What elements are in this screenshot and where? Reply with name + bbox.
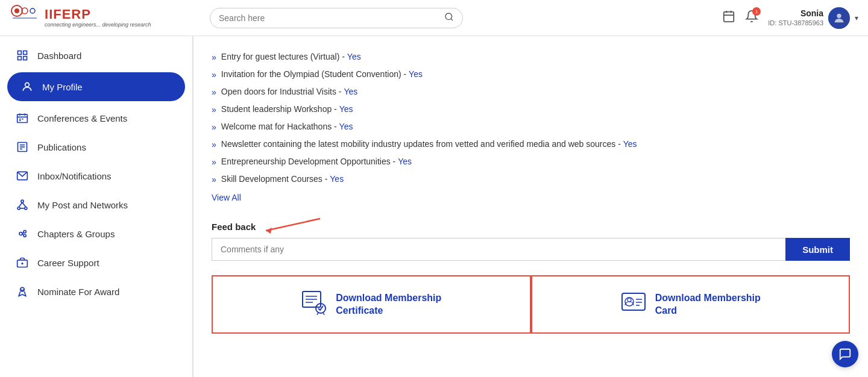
chat-bubble[interactable] [832, 341, 858, 367]
benefit-text-2: Invitation for the Olympiad (Student Con… [221, 69, 423, 79]
sidebar-item-publications[interactable]: Publications [0, 132, 192, 161]
chevron-double-icon-3: » [212, 87, 216, 97]
calendar-button[interactable] [722, 10, 735, 26]
search-icon [444, 12, 454, 22]
logo-icon [10, 5, 40, 31]
benefit-item-6: » Newsletter containing the latest mobil… [212, 136, 850, 153]
sidebar-dashboard-label: Dashboard [37, 51, 81, 61]
benefit-yes-1: Yes [347, 52, 361, 61]
benefit-yes-2: Yes [409, 69, 423, 79]
certificate-icon [301, 288, 327, 320]
feedback-label: Feed back [212, 222, 850, 232]
notification-badge: 1 [752, 7, 761, 16]
svg-rect-7 [724, 12, 734, 22]
download-certificate-button[interactable]: Download Membership Certificate [212, 275, 531, 334]
chevron-double-icon-7: » [212, 157, 216, 167]
svg-point-37 [24, 234, 26, 237]
user-info[interactable]: Sonia ID: STU-38785963 ▾ [768, 7, 858, 29]
benefit-yes-7: Yes [398, 157, 412, 166]
feedback-submit-button[interactable]: Submit [785, 238, 850, 261]
grid-icon [14, 49, 30, 61]
svg-point-35 [19, 232, 22, 235]
svg-point-3 [30, 8, 35, 13]
chevron-double-icon-5: » [212, 122, 216, 132]
benefit-item-8: » Skill Development Courses - Yes [212, 170, 850, 188]
view-all-link[interactable]: View All [212, 193, 241, 202]
avatar-image [828, 7, 850, 29]
svg-point-54 [627, 298, 631, 302]
search-input[interactable] [219, 13, 444, 23]
sidebar-item-inbox[interactable]: Inbox/Notifications [0, 161, 192, 190]
benefit-text-7: Entrepreneurship Development Opportuniti… [221, 157, 412, 166]
benefit-yes-4: Yes [339, 104, 353, 114]
svg-rect-13 [24, 51, 27, 55]
sidebar-item-my-profile[interactable]: My Profile [7, 72, 185, 101]
sidebar-inbox-label: Inbox/Notifications [37, 171, 112, 181]
chevron-double-icon-4: » [212, 105, 216, 114]
logo-text-block: IIFERP connecting engineers... developin… [45, 7, 151, 28]
user-text: Sonia ID: STU-38785963 [768, 8, 823, 27]
sidebar-item-dashboard[interactable]: Dashboard [0, 41, 192, 70]
feedback-label-text: Feed back [212, 222, 256, 232]
chevron-double-icon-8: » [212, 175, 216, 184]
download-certificate-text: Download Membership Certificate [336, 292, 441, 317]
sidebar: Dashboard My Profile [0, 36, 193, 377]
download-card-text: Download Membership Card [655, 292, 761, 317]
download-card-button[interactable]: Download Membership Card [531, 275, 851, 334]
benefit-text-6: Newsletter containing the latest mobilit… [221, 139, 637, 149]
benefit-yes-3: Yes [344, 87, 357, 96]
award-icon [14, 285, 30, 298]
user-id: ID: STU-38785963 [768, 19, 823, 27]
svg-line-6 [451, 19, 453, 20]
sidebar-item-nominate[interactable]: Nominate For Award [0, 277, 192, 306]
logo-sub: connecting engineers... developing resea… [45, 22, 151, 28]
card-icon [620, 288, 647, 320]
header: IIFERP connecting engineers... developin… [0, 0, 868, 36]
feedback-input[interactable] [212, 238, 785, 261]
download-certificate-line1: Download Membership [336, 292, 441, 305]
svg-rect-14 [18, 57, 22, 60]
chevron-double-icon-2: » [212, 70, 216, 79]
sidebar-item-chapters[interactable]: Chapters & Groups [0, 219, 192, 248]
benefit-text-4: Student leadership Workshop - Yes [221, 104, 353, 114]
sidebar-item-conferences[interactable]: Conferences & Events [0, 104, 192, 132]
sidebar-item-posts[interactable]: My Post and Networks [0, 190, 192, 219]
logo-area: IIFERP connecting engineers... developin… [10, 5, 203, 31]
search-button[interactable] [444, 12, 454, 24]
svg-line-43 [266, 219, 320, 231]
avatar [828, 7, 850, 29]
svg-point-30 [17, 207, 20, 210]
chapters-icon [14, 228, 30, 240]
benefit-item-4: » Student leadership Workshop - Yes [212, 101, 850, 118]
benefit-item-5: » Welcome mat for Hackathons - Yes [212, 118, 850, 136]
chevron-double-icon-1: » [212, 52, 216, 62]
benefit-yes-8: Yes [330, 174, 344, 184]
svg-point-29 [21, 200, 24, 202]
benefit-item-2: » Invitation for the Olympiad (Student C… [212, 66, 850, 83]
search-area [210, 8, 715, 28]
svg-point-5 [445, 13, 452, 20]
notification-button[interactable]: 1 [745, 10, 758, 26]
svg-line-32 [19, 202, 22, 207]
svg-line-50 [317, 313, 318, 315]
benefit-item-1: » Entry for guest lectures (Virtual) - Y… [212, 48, 850, 66]
header-right: 1 Sonia ID: STU-38785963 ▾ [722, 7, 858, 29]
benefit-yes-6: Yes [623, 139, 637, 149]
career-icon [14, 257, 30, 269]
svg-line-33 [22, 202, 26, 207]
benefit-item-7: » Entrepreneurship Development Opportuni… [212, 153, 850, 170]
logo-name: IIFERP [45, 7, 151, 22]
benefits-list: » Entry for guest lectures (Virtual) - Y… [212, 48, 850, 188]
calendar-icon [722, 10, 735, 23]
publications-icon [14, 141, 30, 153]
svg-line-51 [323, 313, 324, 315]
search-box [210, 8, 463, 28]
svg-point-31 [25, 207, 27, 210]
sidebar-conferences-label: Conferences & Events [37, 113, 127, 123]
card-svg-icon [620, 288, 647, 315]
user-name: Sonia [768, 8, 823, 19]
sidebar-item-career[interactable]: Career Support [0, 248, 192, 277]
sidebar-career-label: Career Support [37, 258, 99, 268]
sidebar-posts-label: My Post and Networks [37, 200, 128, 210]
benefit-text-5: Welcome mat for Hackathons - Yes [221, 122, 353, 131]
